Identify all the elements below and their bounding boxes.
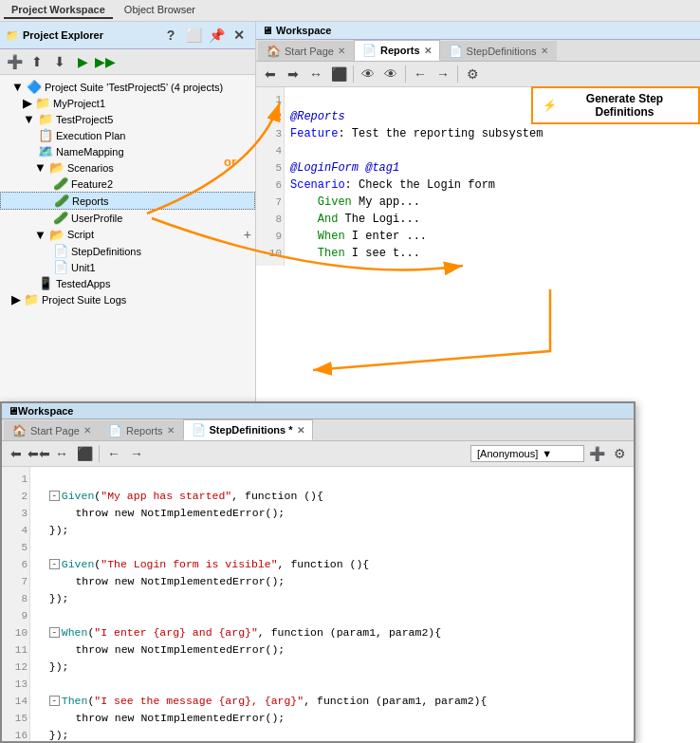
tree-item-feature2[interactable]: 🥒 Feature2 (0, 176, 255, 192)
ws-stepdefs-icon: 📄 (192, 423, 206, 437)
indent2-btn[interactable]: ↔ (305, 64, 326, 84)
tab-stepdefinitions[interactable]: 📄 StepDefinitions ✕ (440, 41, 557, 61)
help-btn[interactable]: ? (160, 25, 181, 46)
gen-step-icon: ⚡ (543, 99, 557, 112)
tab-project-workspace[interactable]: Project Workspace (4, 2, 113, 19)
ws-gear-btn[interactable]: ⚙ (609, 443, 630, 464)
ws-line-numbers: 12345678910111213141516 (2, 467, 30, 741)
anon-label: [Anonymous] (477, 448, 538, 459)
ws-icon: 🖥 (8, 405, 18, 417)
panel-toolbar: ➕ ⬆ ⬇ ▶ ▶▶ (0, 49, 255, 75)
panel-title: Project Explorer (23, 29, 103, 41)
stepdefs-tab-icon: 📄 (449, 45, 463, 58)
tab-stepdefs-close[interactable]: ✕ (541, 46, 548, 56)
tree-item-execution-plan[interactable]: 📋 Execution Plan (0, 127, 255, 143)
gear-btn[interactable]: ⚙ (462, 64, 483, 84)
ws-editor-toolbar: ⬅ ⬅⬅ ↔ ⬛ ← → [Anonymous] ▼ ➕ ⚙ (2, 441, 634, 467)
folder-icon: 📁 (6, 29, 19, 42)
ws-indent-btn[interactable]: ⬅ (6, 443, 27, 464)
tab-reports-close[interactable]: ✕ (424, 46, 432, 56)
ws-home-icon: 🏠 (12, 424, 27, 437)
tree-item-scenarios[interactable]: ▼ 📂 Scenarios (0, 159, 255, 176)
tree-item-logs[interactable]: ▶ 📁 Project Suite Logs (0, 291, 255, 307)
toolbar-btn-2[interactable]: ⬆ (27, 51, 47, 72)
tree-item-reports[interactable]: 🥒 Reports (0, 192, 255, 210)
tree-item-testedapps[interactable]: 📱 TestedApps (0, 275, 255, 291)
collapse-btn-10[interactable]: - (49, 627, 60, 638)
close-btn[interactable]: ✕ (229, 25, 249, 46)
ws-tab-stepdefs[interactable]: 📄 StepDefinitions * ✕ (183, 419, 313, 440)
format-btn[interactable]: ⬛ (328, 64, 349, 84)
ws-outdent-btn[interactable]: ⬅⬅ (28, 443, 49, 464)
tab-object-browser[interactable]: Object Browser (117, 2, 203, 19)
generate-step-definitions-btn[interactable]: ⚡ Generate Step Definitions (531, 86, 700, 124)
eye-btn[interactable]: 👁 (358, 64, 378, 84)
ws-back-btn[interactable]: ← (103, 443, 124, 464)
indent-btn[interactable]: ⬅ (260, 64, 281, 84)
editor-toolbar: ⬅ ➡ ↔ ⬛ 👁 👁 ← → ⚙ (256, 62, 700, 87)
line-numbers: 12345678910 (256, 87, 285, 266)
restore-btn[interactable]: ⬜ (183, 25, 204, 46)
tree-item-script[interactable]: ▼ 📂 Script + (0, 226, 255, 243)
tab-startpage-close[interactable]: ✕ (338, 46, 345, 56)
run2-btn[interactable]: ▶▶ (95, 51, 116, 72)
reports-tab-icon: 📄 (362, 44, 377, 57)
add-btn[interactable]: ➕ (4, 51, 25, 72)
workspace-header: 🖥 Workspace (2, 403, 634, 419)
tab-reports[interactable]: 📄 Reports ✕ (354, 40, 440, 61)
collapse-btn-2[interactable]: - (49, 491, 60, 501)
tree-item-unit1[interactable]: 📄 Unit1 (0, 259, 255, 275)
pin-btn[interactable]: 📌 (206, 25, 227, 46)
toolbar-btn-3[interactable]: ⬇ (49, 51, 70, 72)
ws-reports-close[interactable]: ✕ (167, 425, 175, 436)
collapse-btn-6[interactable]: - (49, 559, 60, 569)
collapse-btn-14[interactable]: - (49, 696, 60, 706)
ws-indent2-btn[interactable]: ↔ (51, 443, 72, 464)
ws-code-content: -Given("My app has started", function ()… (32, 467, 634, 741)
ws-stepdefs-close[interactable]: ✕ (297, 425, 304, 436)
anon-chevron: ▼ (542, 448, 552, 459)
ws-format-btn[interactable]: ⬛ (74, 443, 95, 464)
ws-tab-reports[interactable]: 📄 Reports ✕ (100, 420, 183, 440)
ws-tab-bar: 🏠 Start Page ✕ 📄 Reports ✕ 📄 StepDefinit… (2, 419, 634, 441)
back-btn[interactable]: ← (410, 64, 431, 84)
ws-startpage-close[interactable]: ✕ (83, 425, 91, 436)
ws-editor: 12345678910111213141516 -Given("My app h… (2, 467, 634, 741)
ws-add-btn[interactable]: ➕ (586, 443, 607, 464)
tree-item-myproject1[interactable]: ▶ 📁 MyProject1 (0, 95, 255, 111)
ws-reports-icon: 📄 (108, 424, 122, 437)
tree-item-testproject5[interactable]: ▼ 📁 TestProject5 (0, 111, 255, 127)
tree-item-stepdefinitions[interactable]: 📄 StepDefinitions (0, 243, 255, 259)
workspace-label: Workspace (276, 25, 332, 36)
workspace-icon: 🖥 (262, 25, 272, 36)
home-icon: 🏠 (267, 45, 281, 58)
outdent-btn[interactable]: ➡ (283, 64, 304, 84)
panel-header: 📁 Project Explorer ? ⬜ 📌 ✕ (0, 22, 255, 49)
ws-fwd-btn[interactable]: → (126, 443, 147, 464)
top-bar: Project Workspace Object Browser (0, 0, 700, 22)
tree-item-userprofile[interactable]: 🥒 UserProfile (0, 210, 255, 226)
top-editor-tabbar: 🏠 Start Page ✕ 📄 Reports ✕ 📄 StepDefinit… (256, 40, 700, 62)
tree-item-suite[interactable]: ▼ 🔷 Project Suite 'TestProject5' (4 proj… (0, 79, 255, 95)
tab-start-page[interactable]: 🏠 Start Page ✕ (258, 41, 354, 61)
ws-title: Workspace (18, 405, 74, 417)
anonymous-dropdown[interactable]: [Anonymous] ▼ (470, 445, 584, 462)
run-btn[interactable]: ▶ (72, 51, 93, 72)
bottom-workspace: 🖥 Workspace 🏠 Start Page ✕ 📄 Reports ✕ 📄… (0, 401, 636, 743)
eye2-btn[interactable]: 👁 (380, 64, 401, 84)
fwd-btn[interactable]: → (433, 64, 453, 84)
ws-tab-start-page[interactable]: 🏠 Start Page ✕ (4, 420, 100, 440)
tree-item-namemapping[interactable]: 🗺️ NameMapping (0, 143, 255, 159)
